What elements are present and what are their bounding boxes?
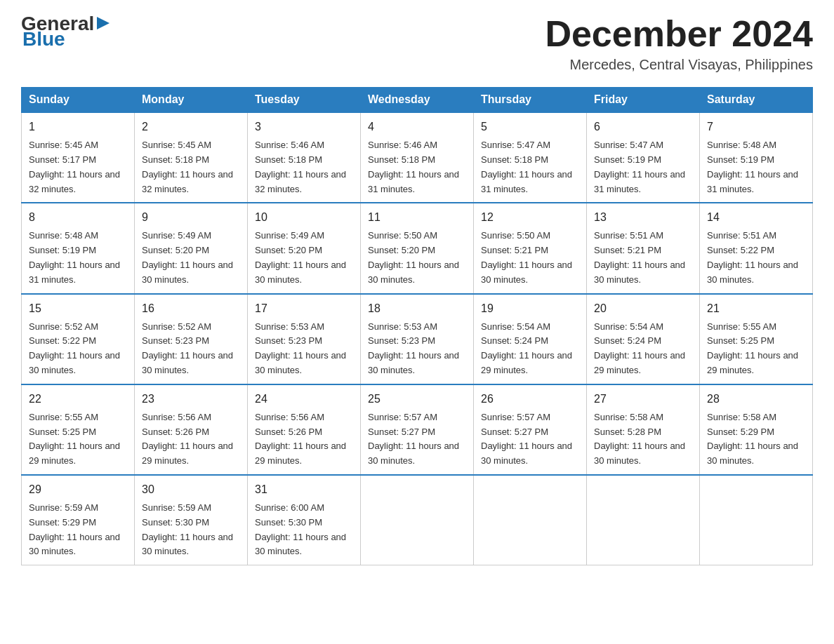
calendar-week-row-5: 29Sunrise: 5:59 AMSunset: 5:29 PMDayligh… [22,475,813,565]
calendar-table: SundayMondayTuesdayWednesdayThursdayFrid… [21,87,813,565]
day-number: 30 [142,481,240,498]
day-info: Sunrise: 5:57 AMSunset: 5:27 PMDaylight:… [481,410,579,469]
day-number: 31 [255,481,353,498]
day-info: Sunrise: 5:53 AMSunset: 5:23 PMDaylight:… [255,320,353,378]
day-number: 13 [594,209,692,226]
logo-blue-text: Blue [22,28,65,51]
day-info: Sunrise: 5:52 AMSunset: 5:23 PMDaylight:… [142,320,240,378]
calendar-cell: 17Sunrise: 5:53 AMSunset: 5:23 PMDayligh… [248,294,361,384]
calendar-week-row-2: 8Sunrise: 5:48 AMSunset: 5:19 PMDaylight… [22,203,813,293]
day-number: 26 [481,391,579,408]
day-info: Sunrise: 5:56 AMSunset: 5:26 PMDaylight:… [255,410,353,469]
day-number: 6 [594,119,692,135]
calendar-cell: 9Sunrise: 5:49 AMSunset: 5:20 PMDaylight… [135,203,248,293]
calendar-cell: 4Sunrise: 5:46 AMSunset: 5:18 PMDaylight… [361,112,474,203]
day-number: 22 [29,391,127,408]
day-number: 18 [368,300,466,317]
calendar-week-row-1: 1Sunrise: 5:45 AMSunset: 5:17 PMDaylight… [22,112,813,203]
day-number: 15 [29,300,127,317]
calendar-cell: 21Sunrise: 5:55 AMSunset: 5:25 PMDayligh… [700,294,813,384]
day-info: Sunrise: 5:51 AMSunset: 5:21 PMDaylight:… [594,229,692,287]
calendar-cell: 18Sunrise: 5:53 AMSunset: 5:23 PMDayligh… [361,294,474,384]
location-subtitle: Mercedes, Central Visayas, Philippines [545,57,813,73]
day-info: Sunrise: 5:45 AMSunset: 5:18 PMDaylight:… [142,138,240,196]
day-info: Sunrise: 5:50 AMSunset: 5:21 PMDaylight:… [481,229,579,287]
day-number: 14 [707,209,805,226]
day-number: 28 [707,391,805,408]
calendar-cell: 24Sunrise: 5:56 AMSunset: 5:26 PMDayligh… [248,384,361,475]
column-header-monday: Monday [135,88,248,113]
day-info: Sunrise: 5:47 AMSunset: 5:18 PMDaylight:… [481,138,579,196]
calendar-cell: 27Sunrise: 5:58 AMSunset: 5:28 PMDayligh… [587,384,700,475]
calendar-cell: 20Sunrise: 5:54 AMSunset: 5:24 PMDayligh… [587,294,700,384]
day-number: 17 [255,300,353,317]
column-header-tuesday: Tuesday [248,88,361,113]
day-info: Sunrise: 5:54 AMSunset: 5:24 PMDaylight:… [481,320,579,378]
page-header: General Blue December 2024 Mercedes, Cen… [21,14,813,73]
day-number: 19 [481,300,579,317]
calendar-week-row-4: 22Sunrise: 5:55 AMSunset: 5:25 PMDayligh… [22,384,813,475]
calendar-cell: 13Sunrise: 5:51 AMSunset: 5:21 PMDayligh… [587,203,700,293]
day-number: 29 [29,481,127,498]
day-info: Sunrise: 5:53 AMSunset: 5:23 PMDaylight:… [368,320,466,378]
day-info: Sunrise: 5:52 AMSunset: 5:22 PMDaylight:… [29,320,127,378]
day-number: 4 [368,119,466,135]
day-number: 20 [594,300,692,317]
calendar-cell: 5Sunrise: 5:47 AMSunset: 5:18 PMDaylight… [474,112,587,203]
calendar-cell [700,475,813,565]
day-info: Sunrise: 5:46 AMSunset: 5:18 PMDaylight:… [255,138,353,196]
calendar-cell [474,475,587,565]
calendar-cell: 22Sunrise: 5:55 AMSunset: 5:25 PMDayligh… [22,384,135,475]
title-area: December 2024 Mercedes, Central Visayas,… [545,14,813,73]
calendar-cell: 15Sunrise: 5:52 AMSunset: 5:22 PMDayligh… [22,294,135,384]
calendar-cell: 6Sunrise: 5:47 AMSunset: 5:19 PMDaylight… [587,112,700,203]
calendar-cell: 7Sunrise: 5:48 AMSunset: 5:19 PMDaylight… [700,112,813,203]
column-header-sunday: Sunday [22,88,135,113]
column-header-wednesday: Wednesday [361,88,474,113]
day-info: Sunrise: 5:45 AMSunset: 5:17 PMDaylight:… [29,138,127,196]
day-info: Sunrise: 5:49 AMSunset: 5:20 PMDaylight:… [255,229,353,287]
day-number: 11 [368,209,466,226]
day-number: 2 [142,119,240,135]
column-header-thursday: Thursday [474,88,587,113]
day-info: Sunrise: 5:59 AMSunset: 5:29 PMDaylight:… [29,501,127,559]
calendar-header-row: SundayMondayTuesdayWednesdayThursdayFrid… [22,88,813,113]
day-number: 27 [594,391,692,408]
calendar-cell: 30Sunrise: 5:59 AMSunset: 5:30 PMDayligh… [135,475,248,565]
day-info: Sunrise: 5:51 AMSunset: 5:22 PMDaylight:… [707,229,805,287]
day-number: 7 [707,119,805,135]
day-info: Sunrise: 5:58 AMSunset: 5:28 PMDaylight:… [594,410,692,469]
calendar-cell: 16Sunrise: 5:52 AMSunset: 5:23 PMDayligh… [135,294,248,384]
calendar-cell: 19Sunrise: 5:54 AMSunset: 5:24 PMDayligh… [474,294,587,384]
calendar-week-row-3: 15Sunrise: 5:52 AMSunset: 5:22 PMDayligh… [22,294,813,384]
calendar-cell: 2Sunrise: 5:45 AMSunset: 5:18 PMDaylight… [135,112,248,203]
day-number: 16 [142,300,240,317]
logo: General Blue [21,14,111,51]
day-number: 23 [142,391,240,408]
day-number: 12 [481,209,579,226]
calendar-cell: 28Sunrise: 5:58 AMSunset: 5:29 PMDayligh… [700,384,813,475]
column-header-friday: Friday [587,88,700,113]
day-number: 24 [255,391,353,408]
day-number: 25 [368,391,466,408]
calendar-cell: 29Sunrise: 5:59 AMSunset: 5:29 PMDayligh… [22,475,135,565]
day-number: 5 [481,119,579,135]
day-info: Sunrise: 5:48 AMSunset: 5:19 PMDaylight:… [707,138,805,196]
day-info: Sunrise: 5:57 AMSunset: 5:27 PMDaylight:… [368,410,466,469]
day-info: Sunrise: 5:46 AMSunset: 5:18 PMDaylight:… [368,138,466,196]
calendar-cell: 23Sunrise: 5:56 AMSunset: 5:26 PMDayligh… [135,384,248,475]
day-number: 1 [29,119,127,135]
logo-triangle-icon [95,15,111,31]
calendar-cell: 10Sunrise: 5:49 AMSunset: 5:20 PMDayligh… [248,203,361,293]
calendar-cell [361,475,474,565]
day-number: 21 [707,300,805,317]
day-info: Sunrise: 5:55 AMSunset: 5:25 PMDaylight:… [707,320,805,378]
day-number: 10 [255,209,353,226]
day-number: 3 [255,119,353,135]
day-info: Sunrise: 5:48 AMSunset: 5:19 PMDaylight:… [29,229,127,287]
day-info: Sunrise: 5:49 AMSunset: 5:20 PMDaylight:… [142,229,240,287]
column-header-saturday: Saturday [700,88,813,113]
calendar-cell: 1Sunrise: 5:45 AMSunset: 5:17 PMDaylight… [22,112,135,203]
day-info: Sunrise: 5:55 AMSunset: 5:25 PMDaylight:… [29,410,127,469]
day-info: Sunrise: 5:58 AMSunset: 5:29 PMDaylight:… [707,410,805,469]
